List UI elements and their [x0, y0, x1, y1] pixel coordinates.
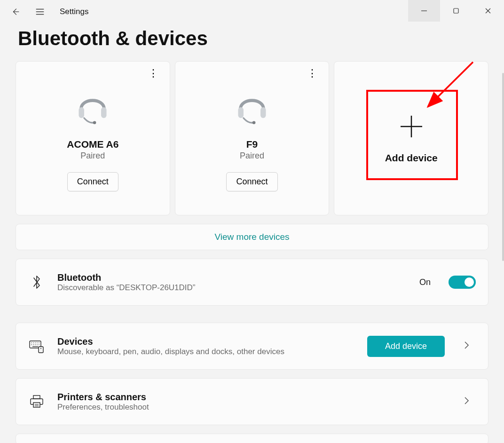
minimize-icon: [421, 8, 427, 14]
card-more-button[interactable]: ⋮: [307, 68, 317, 79]
connect-button[interactable]: Connect: [226, 172, 277, 191]
headset-icon: [73, 88, 112, 127]
svg-point-13: [252, 121, 256, 125]
next-row-stub: [16, 434, 488, 443]
svg-rect-5: [454, 8, 458, 13]
app-title: Settings: [60, 7, 88, 16]
device-name: F9: [246, 139, 258, 150]
svg-point-29: [40, 348, 41, 349]
device-status: Paired: [80, 151, 105, 161]
window-controls: [408, 0, 504, 22]
bluetooth-subtitle: Discoverable as “DESKTOP-26U1DID”: [57, 283, 407, 293]
content: ⋮ ACOME A6 Paired Connect ⋮: [0, 61, 504, 443]
svg-line-7: [486, 8, 490, 13]
svg-rect-28: [39, 347, 43, 353]
hamburger-button[interactable]: [26, 5, 54, 19]
close-icon: [485, 8, 491, 14]
svg-rect-30: [33, 396, 40, 399]
bluetooth-row: Bluetooth Discoverable as “DESKTOP-26U1D…: [16, 259, 488, 306]
devices-row[interactable]: Devices Mouse, keyboard, pen, audio, dis…: [16, 323, 488, 370]
close-button[interactable]: [472, 0, 504, 22]
plus-icon: [398, 113, 425, 140]
devices-title: Devices: [57, 336, 355, 347]
add-device-card[interactable]: Add device: [334, 61, 488, 215]
svg-point-19: [35, 342, 36, 343]
bluetooth-toggle[interactable]: [449, 276, 476, 289]
svg-point-23: [33, 344, 34, 345]
svg-rect-8: [79, 107, 84, 118]
titlebar: Settings: [0, 0, 504, 24]
svg-point-22: [31, 344, 32, 345]
maximize-icon: [453, 8, 459, 14]
svg-rect-12: [260, 107, 266, 118]
devices-row-expand[interactable]: [457, 340, 476, 352]
back-button[interactable]: [5, 5, 26, 19]
arrow-left-icon: [10, 7, 21, 17]
bluetooth-toggle-state: On: [419, 277, 431, 287]
device-status: Paired: [240, 151, 264, 161]
devices-subtitle: Mouse, keyboard, pen, audio, displays an…: [57, 347, 355, 356]
svg-point-21: [39, 342, 39, 343]
view-more-devices-link[interactable]: View more devices: [16, 224, 488, 250]
device-cards-row: ⋮ ACOME A6 Paired Connect ⋮: [16, 61, 488, 215]
maximize-button[interactable]: [440, 0, 472, 22]
bluetooth-icon: [28, 274, 45, 291]
svg-point-17: [31, 342, 32, 343]
svg-rect-11: [238, 107, 243, 118]
svg-point-26: [39, 344, 39, 345]
svg-point-25: [37, 344, 38, 345]
page-title: Bluetooth & devices: [18, 27, 504, 50]
hamburger-icon: [35, 7, 45, 17]
add-device-label: Add device: [385, 152, 438, 164]
minimize-button[interactable]: [408, 0, 440, 22]
printers-row[interactable]: Printers & scanners Preferences, trouble…: [16, 378, 488, 425]
printer-icon: [28, 395, 45, 409]
svg-point-24: [35, 344, 36, 345]
svg-point-18: [33, 342, 34, 343]
printers-subtitle: Preferences, troubleshoot: [57, 403, 445, 412]
device-card: ⋮ F9 Paired Connect: [175, 61, 330, 215]
chevron-right-icon: [463, 340, 470, 350]
device-name: ACOME A6: [67, 139, 118, 150]
card-more-button[interactable]: ⋮: [148, 68, 158, 79]
keyboard-icon: [28, 339, 45, 353]
scrollbar[interactable]: [502, 73, 504, 261]
chevron-right-icon: [463, 396, 470, 406]
printers-row-expand[interactable]: [457, 396, 476, 408]
svg-point-20: [37, 342, 38, 343]
connect-button[interactable]: Connect: [67, 172, 118, 191]
svg-rect-32: [33, 403, 40, 407]
bluetooth-title: Bluetooth: [57, 272, 407, 283]
add-device-button[interactable]: Add device: [367, 336, 445, 357]
svg-rect-9: [101, 107, 106, 118]
printers-title: Printers & scanners: [57, 392, 445, 403]
headset-icon: [233, 88, 271, 127]
svg-line-6: [486, 8, 490, 13]
svg-point-10: [93, 121, 96, 125]
device-card: ⋮ ACOME A6 Paired Connect: [16, 61, 170, 215]
